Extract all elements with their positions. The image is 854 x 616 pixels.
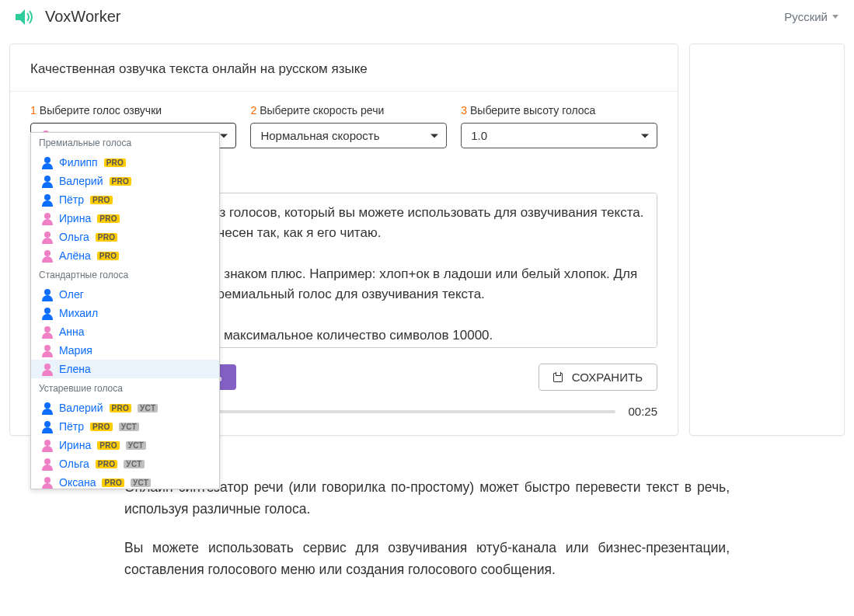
voice-option-name: Валерий — [59, 175, 103, 187]
page-title: Качественная озвучка текста онлайн на ру… — [30, 61, 657, 77]
voice-option[interactable]: ИринаPRO — [31, 209, 219, 228]
save-button[interactable]: СОХРАНИТЬ — [539, 364, 657, 391]
person-icon — [42, 308, 53, 318]
save-icon — [553, 373, 563, 382]
person-icon — [42, 477, 53, 488]
person-icon — [42, 250, 53, 261]
person-icon — [42, 213, 53, 224]
voice-option[interactable]: Мария — [31, 341, 219, 360]
voice-option-name: Филипп — [59, 156, 98, 169]
voice-option[interactable]: ПётрPRO — [31, 190, 219, 209]
voice-option[interactable]: ВалерийPROУСТ — [31, 398, 219, 417]
speed-select-value: Нормальная скорость — [260, 129, 379, 142]
svg-marker-0 — [16, 9, 25, 25]
voice-option-name: Ольга — [59, 458, 89, 470]
pro-badge: PRO — [90, 196, 113, 204]
voice-group-header: Премиальные голоса — [31, 133, 219, 153]
deprecated-badge: УСТ — [126, 441, 146, 450]
caret-down-icon — [430, 134, 438, 137]
save-button-label: СОХРАНИТЬ — [572, 371, 643, 384]
voice-option-name: Ольга — [59, 231, 89, 243]
voice-option-name: Ирина — [59, 212, 91, 224]
person-icon — [42, 157, 53, 168]
voice-group-header: Устаревшие голоса — [31, 378, 219, 398]
voice-option-name: Мария — [59, 344, 92, 357]
caret-down-icon — [641, 134, 649, 137]
deprecated-badge: УСТ — [138, 404, 158, 412]
person-icon — [42, 421, 53, 432]
voice-option[interactable]: Михаил — [31, 304, 219, 322]
voice-option-name: Алёна — [59, 249, 91, 262]
voice-option[interactable]: ОльгаPRO — [31, 228, 219, 246]
pitch-select-value: 1.0 — [471, 129, 487, 142]
voice-option[interactable]: ПётрPROУСТ — [31, 417, 219, 436]
voice-option[interactable]: ОльгаPROУСТ — [31, 454, 219, 473]
chevron-down-icon — [832, 15, 838, 19]
side-card — [689, 44, 845, 436]
person-icon — [42, 231, 53, 242]
person-icon — [42, 345, 53, 356]
voice-option[interactable]: Олег — [31, 285, 219, 304]
voice-option[interactable]: Елена — [31, 360, 219, 378]
voice-option[interactable]: ВалерийPRO — [31, 172, 219, 190]
voice-option-name: Валерий — [59, 402, 103, 414]
voice-option-name: Пётр — [59, 420, 84, 433]
person-icon — [42, 194, 53, 205]
brand[interactable]: VoxWorker — [16, 8, 120, 26]
voice-option-name: Олег — [59, 288, 84, 301]
pro-badge: PRO — [104, 158, 127, 167]
pro-badge: PRO — [96, 233, 118, 242]
voice-option[interactable]: Анна — [31, 322, 219, 341]
pro-badge: PRO — [110, 177, 132, 186]
language-select[interactable]: Русский — [784, 10, 838, 23]
voice-option[interactable]: АлёнаPRO — [31, 246, 219, 265]
deprecated-badge: УСТ — [124, 460, 144, 468]
person-icon — [42, 364, 53, 374]
pro-badge: PRO — [96, 460, 118, 468]
time-display: 00:25 — [628, 405, 657, 418]
person-icon — [42, 440, 53, 451]
step-voice-label: 1Выберите голос озвучки — [30, 104, 236, 117]
main-card: Качественная озвучка текста онлайн на ру… — [9, 44, 678, 436]
step-speed-label: 2Выберите скорость речи — [250, 104, 447, 117]
pro-badge: PRO — [97, 441, 120, 450]
person-icon — [42, 458, 53, 469]
pro-badge: PRO — [110, 404, 132, 412]
pro-badge: PRO — [97, 252, 120, 260]
speed-select[interactable]: Нормальная скорость — [250, 123, 447, 148]
person-icon — [42, 402, 53, 413]
pro-badge: PRO — [102, 479, 124, 487]
caret-down-icon — [220, 134, 228, 137]
voice-option[interactable]: ИринаPROУСТ — [31, 436, 219, 454]
person-icon — [42, 289, 53, 300]
voice-option[interactable]: ОксанаPROУСТ — [31, 473, 219, 489]
voice-option[interactable]: ФилиппPRO — [31, 153, 219, 172]
logo-icon — [16, 9, 36, 25]
voice-dropdown[interactable]: Премиальные голосаФилиппPROВалерийPROПёт… — [30, 132, 220, 489]
pro-badge: PRO — [97, 214, 120, 223]
voice-option-name: Ирина — [59, 439, 91, 451]
person-icon — [42, 326, 53, 337]
pitch-select[interactable]: 1.0 — [461, 123, 657, 148]
pro-badge: PRO — [90, 423, 113, 431]
deprecated-badge: УСТ — [119, 423, 139, 431]
step-pitch-label: 3Выберите высоту голоса — [461, 104, 657, 117]
voice-option-name: Михаил — [59, 307, 98, 319]
brand-name: VoxWorker — [45, 8, 120, 26]
deprecated-badge: УСТ — [131, 479, 151, 487]
voice-group-header: Стандартные голоса — [31, 265, 219, 285]
voice-option-name: Анна — [59, 325, 85, 338]
person-icon — [42, 176, 53, 186]
language-label: Русский — [784, 10, 828, 23]
voice-option-name: Елена — [59, 363, 91, 375]
voice-option-name: Пётр — [59, 193, 84, 206]
voice-option-name: Оксана — [59, 476, 96, 489]
